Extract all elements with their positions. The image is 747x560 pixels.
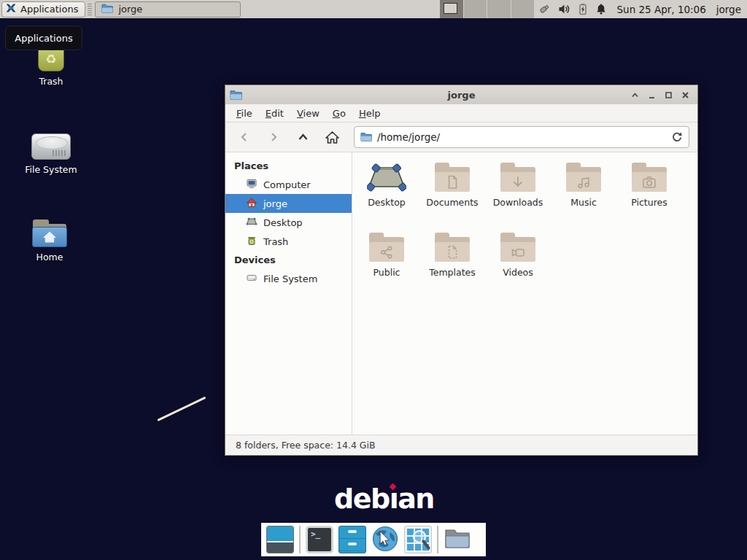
file-label: Videos: [503, 267, 533, 278]
home-button[interactable]: [322, 127, 342, 147]
menu-go[interactable]: Go: [326, 106, 352, 121]
terminal-icon: >_: [311, 529, 320, 539]
debian-logo-i: ı: [390, 483, 398, 515]
workspace-4[interactable]: [511, 0, 535, 18]
download-emblem: [510, 174, 526, 190]
file-cabinet-icon: [339, 526, 365, 539]
file-item-videos[interactable]: Videos: [485, 231, 551, 301]
desktop-special-icon: [367, 163, 406, 192]
dock-separator: [437, 526, 438, 553]
magnifier-icon: [405, 526, 433, 554]
home-folder-icon: [13, 214, 86, 247]
folder-icon: [435, 233, 470, 262]
workspace-switcher[interactable]: [440, 0, 535, 18]
back-button[interactable]: [234, 127, 255, 147]
removable-device-icon[interactable]: [538, 3, 551, 15]
file-label: Templates: [429, 267, 476, 278]
file-label: Public: [374, 267, 400, 278]
sidebar-item-desktop[interactable]: Desktop: [225, 213, 352, 232]
tooltip-text: Applications: [15, 33, 72, 44]
sidebar-item-jorge[interactable]: jorge: [225, 194, 352, 213]
volume-icon[interactable]: [557, 3, 570, 15]
sidebar-item-computer[interactable]: Computer: [225, 175, 352, 194]
file-item-templates[interactable]: Templates: [419, 231, 485, 301]
folder-open-icon: [444, 528, 471, 551]
panel-username[interactable]: jorge: [716, 4, 741, 15]
desktop-icon-file-system[interactable]: File System: [15, 126, 88, 175]
desktop: debıan Applications jorge: [0, 0, 747, 560]
path-bar[interactable]: /home/jorge/: [354, 126, 689, 148]
menu-view[interactable]: View: [290, 106, 326, 121]
terminal-launcher[interactable]: >_: [306, 526, 333, 553]
folder-icon: [566, 163, 601, 192]
taskbar-window-button[interactable]: jorge: [95, 1, 241, 18]
folder-icon: [360, 131, 372, 144]
video-emblem: [510, 244, 526, 260]
forward-button[interactable]: [263, 127, 284, 147]
file-manager-window: jorge File Edit View Go Help: [225, 85, 698, 456]
menubar: File Edit View Go Help: [225, 104, 697, 122]
titlebar[interactable]: jorge: [225, 85, 697, 104]
maximize-button[interactable]: [663, 90, 674, 101]
panel-tray-area: Sun 25 Apr, 10:06 jorge: [538, 0, 747, 18]
desktop-icon-label: Home: [13, 252, 86, 262]
web-browser-launcher[interactable]: [371, 526, 399, 553]
workspace-1[interactable]: [440, 0, 464, 18]
statusbar: 8 folders, Free space: 14.4 GiB: [225, 435, 697, 455]
file-item-music[interactable]: Music: [551, 161, 616, 231]
window-title: jorge: [225, 90, 697, 101]
dock: >_: [261, 523, 486, 556]
drive-icon: [246, 272, 258, 286]
battery-icon[interactable]: [577, 3, 589, 15]
app-finder-launcher[interactable]: [404, 526, 432, 553]
reload-icon[interactable]: [671, 131, 683, 143]
path-value[interactable]: /home/jorge/: [377, 131, 440, 143]
file-item-downloads[interactable]: Downloads: [485, 161, 551, 231]
document-emblem: [444, 174, 460, 190]
sidebar-item-file-system[interactable]: File System: [225, 269, 352, 288]
notifications-bell-icon[interactable]: [595, 3, 607, 15]
template-emblem: [444, 244, 460, 260]
applications-menu-label: Applications: [20, 4, 78, 15]
file-label: Documents: [426, 197, 478, 208]
menu-help[interactable]: Help: [352, 106, 387, 121]
panel-grip[interactable]: [88, 4, 92, 15]
shade-button[interactable]: [630, 90, 640, 101]
file-manager-launcher[interactable]: [338, 526, 366, 553]
sidebar-item-label: Trash: [263, 236, 288, 247]
taskbar-window-label: jorge: [118, 4, 142, 15]
applications-menu-button[interactable]: Applications: [1, 1, 85, 18]
sidebar-item-label: Computer: [263, 179, 311, 190]
folder-launcher[interactable]: [444, 526, 471, 553]
share-emblem: [379, 244, 395, 260]
house-icon: [42, 230, 58, 244]
camera-emblem: [641, 174, 657, 190]
debian-logo-text: deb: [334, 483, 390, 515]
file-list: Desktop Documents Downloads: [352, 152, 697, 435]
folder-icon: [632, 163, 667, 192]
file-item-pictures[interactable]: Pictures: [616, 161, 682, 231]
file-item-desktop[interactable]: Desktop: [354, 161, 419, 231]
computer-icon: [246, 178, 258, 192]
sidebar-header-places: Places: [225, 157, 352, 175]
up-button[interactable]: [293, 127, 313, 147]
minimize-button[interactable]: [646, 90, 657, 101]
trash-body: ♻: [38, 47, 64, 71]
show-desktop-button[interactable]: [266, 526, 294, 553]
close-button[interactable]: [680, 90, 691, 101]
music-emblem: [576, 174, 592, 190]
sidebar-item-trash[interactable]: Trash: [225, 232, 352, 251]
desktop-icon-home[interactable]: Home: [13, 214, 86, 262]
file-label: Pictures: [631, 197, 667, 208]
workspace-2[interactable]: [464, 0, 488, 18]
status-text: 8 folders, Free space: 14.4 GiB: [236, 440, 376, 451]
file-item-documents[interactable]: Documents: [419, 161, 485, 231]
sidebar-item-label: Desktop: [263, 217, 303, 228]
panel-clock[interactable]: Sun 25 Apr, 10:06: [617, 4, 706, 15]
file-item-public[interactable]: Public: [354, 231, 419, 301]
menu-edit[interactable]: Edit: [259, 106, 290, 121]
menu-file[interactable]: File: [230, 106, 259, 121]
workspace-3[interactable]: [487, 0, 511, 18]
sidebar: Places Computer jorge Desktop Trash: [225, 152, 352, 435]
drive-icon: [15, 126, 88, 160]
